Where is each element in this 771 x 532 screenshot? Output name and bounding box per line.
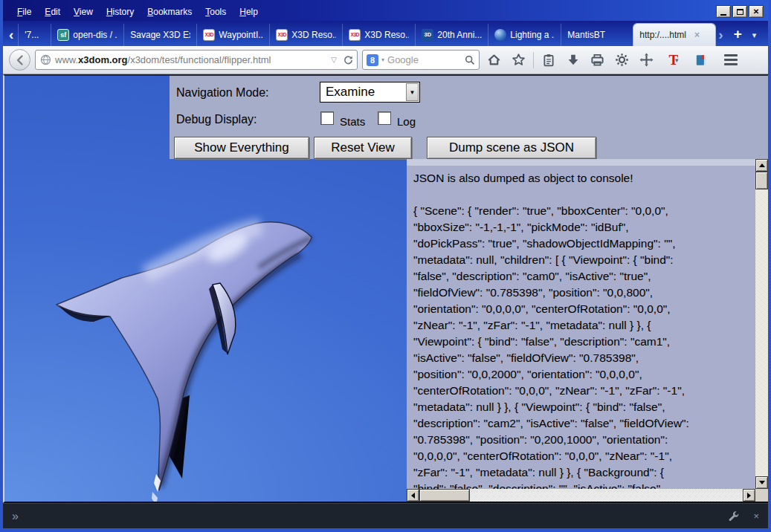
stats-checkbox[interactable] (320, 111, 334, 125)
reading-list-button[interactable] (691, 50, 711, 70)
close-button[interactable]: ✕ (749, 5, 764, 18)
home-button[interactable] (484, 50, 504, 70)
hamburger-icon (724, 54, 738, 56)
left-arrow-icon (411, 493, 415, 499)
navigation-mode-select[interactable]: Examine ▼ (320, 82, 420, 103)
dolphin-model (57, 222, 312, 502)
menu-edit[interactable]: Edit (38, 4, 67, 19)
bookmark-star-button[interactable] (509, 50, 529, 70)
minimize-icon (720, 14, 726, 16)
clipboard-icon (542, 53, 555, 67)
tab-7[interactable]: 3D20th Anni... (415, 24, 488, 46)
show-everything-button[interactable]: Show Everything (174, 137, 309, 159)
up-arrow-icon (759, 163, 765, 167)
addon-bar: » × (3, 503, 768, 528)
x3d-favicon: X3D (276, 29, 288, 41)
addon-bar-close-icon[interactable]: × (753, 510, 759, 522)
scrollbar-corner (755, 489, 768, 502)
wrench-icon[interactable] (728, 510, 740, 522)
home-icon (487, 53, 501, 67)
reload-icon[interactable] (343, 54, 354, 65)
printer-icon (590, 53, 604, 67)
tab-active[interactable]: http:/....html× (633, 24, 715, 46)
down-arrow-icon (759, 481, 765, 484)
nav-mode-value: Examine (320, 85, 406, 100)
vertical-scroll-thumb[interactable] (755, 172, 768, 189)
scroll-left-button[interactable] (407, 489, 419, 502)
window-controls: ✕ (716, 5, 764, 18)
print-button[interactable] (587, 50, 607, 70)
close-icon: ✕ (753, 8, 759, 16)
nav-mode-label: Navigation Mode: (176, 86, 269, 100)
gear-icon (615, 53, 629, 67)
scroll-tabs-right-button[interactable]: › (715, 27, 727, 46)
menu-file[interactable]: File (10, 4, 38, 19)
fullscreen-move-button[interactable] (636, 50, 657, 70)
scroll-up-button[interactable] (755, 159, 768, 172)
tab-1[interactable]: '7... (18, 24, 51, 46)
menu-tools[interactable]: Tools (199, 4, 233, 19)
google-engine-icon[interactable]: 8 (367, 54, 378, 66)
addon-bar-expander[interactable]: » (12, 510, 19, 523)
maximize-icon (737, 9, 743, 15)
tab-5[interactable]: X3DX3D Reso... (269, 24, 342, 46)
horizontal-scroll-thumb[interactable] (419, 489, 470, 502)
list-all-tabs-button[interactable]: ▾ (748, 30, 761, 46)
json-dump-panel[interactable]: JSON is also dumped as object to console… (407, 159, 768, 502)
search-icon[interactable] (465, 55, 475, 65)
maximize-button[interactable] (732, 5, 747, 18)
scroll-down-button[interactable] (755, 476, 768, 489)
json-panel-top-strip (407, 159, 755, 166)
tab-close-icon[interactable]: × (694, 30, 700, 40)
back-button[interactable] (9, 49, 30, 71)
menu-history[interactable]: History (100, 4, 141, 19)
scroll-tabs-left-button[interactable]: ‹ (6, 27, 18, 46)
url-bar[interactable]: www.x3dom.org/x3dom/test/functional/flip… (35, 50, 358, 70)
select-caret-icon[interactable]: ▼ (406, 83, 419, 101)
search-bar[interactable]: 8 ▾ Google (362, 50, 480, 70)
tab-9[interactable]: MantisBT (561, 24, 633, 46)
log-checkbox[interactable] (378, 111, 391, 125)
web3d-favicon: 3D (422, 29, 433, 41)
horizontal-scrollbar[interactable] (407, 489, 755, 502)
app-menu-button[interactable] (721, 51, 741, 68)
settings-button[interactable] (612, 50, 632, 70)
tab-4[interactable]: X3DWaypointI... (196, 24, 269, 46)
url-dropdown-icon[interactable]: ▽ (329, 56, 339, 64)
addon-bar-right: × (728, 510, 759, 522)
sourceforge-favicon: sf (57, 29, 69, 41)
engine-dropdown-icon[interactable]: ▾ (381, 56, 384, 63)
star-icon (512, 53, 526, 67)
tab-6[interactable]: X3DX3D Reso... (342, 24, 415, 46)
menu-help[interactable]: Help (233, 4, 265, 19)
tab-2[interactable]: sfopen-dis / ... (51, 24, 123, 46)
menu-view[interactable]: View (67, 4, 100, 19)
x3d-favicon: X3D (349, 29, 361, 41)
book-icon (694, 53, 708, 67)
back-arrow-icon (14, 54, 26, 66)
text-tool-button[interactable]: T ▾ (661, 50, 686, 70)
vertical-scrollbar[interactable] (755, 159, 768, 489)
new-tab-button[interactable]: + (728, 26, 748, 46)
site-globe-icon (40, 54, 51, 65)
dump-scene-json-button[interactable]: Dump scene as JSON (427, 137, 596, 159)
tab-3[interactable]: Savage X3D Ex... (123, 24, 196, 46)
bookmarks-panel-button[interactable] (538, 50, 558, 70)
scroll-right-button[interactable] (743, 489, 755, 502)
right-arrow-icon (747, 493, 751, 499)
tab-8[interactable]: Lighting a ... (488, 24, 561, 46)
debug-display-label: Debug Display: (176, 113, 257, 126)
download-arrow-icon (567, 53, 580, 67)
menu-bookmarks[interactable]: Bookmarks (141, 4, 199, 19)
downloads-button[interactable] (563, 50, 583, 70)
controls-panel: Navigation Mode: Examine ▼ Debug Display… (170, 76, 768, 159)
reset-view-button[interactable]: Reset View (314, 137, 412, 159)
json-dump-text: JSON is also dumped as object to console… (407, 166, 755, 489)
x3d-favicon: X3D (203, 29, 215, 41)
globe-favicon (494, 29, 506, 41)
text-tool-caret-icon[interactable]: ▾ (675, 56, 679, 64)
log-label: Log (397, 115, 416, 128)
minimize-button[interactable] (716, 5, 731, 18)
navigation-toolbar: www.x3dom.org/x3dom/test/functional/flip… (3, 46, 768, 74)
url-text[interactable]: www.x3dom.org/x3dom/test/functional/flip… (55, 54, 325, 65)
